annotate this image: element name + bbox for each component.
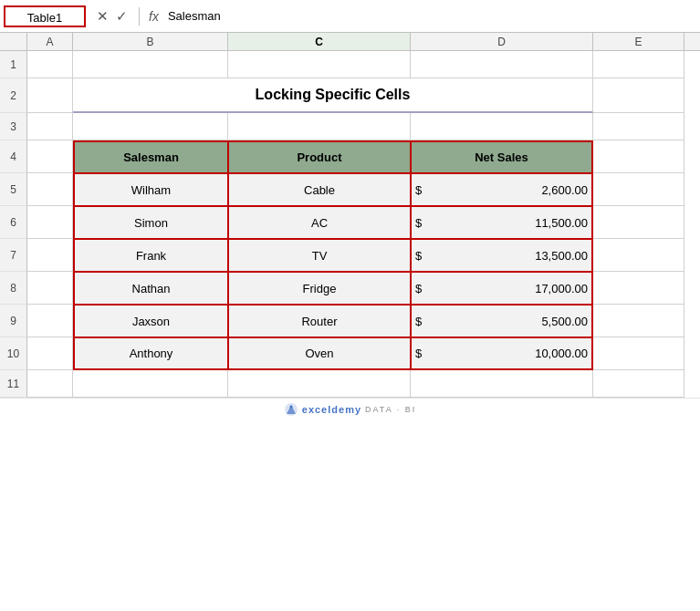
- cell-a6[interactable]: [27, 206, 73, 239]
- row-10: 10 Anthony Oven $ 10,000.00: [0, 337, 700, 370]
- row-num-6: 6: [0, 206, 27, 239]
- cell-b1[interactable]: [73, 51, 228, 78]
- amount-10: 10,000.00: [434, 347, 588, 360]
- cell-c10[interactable]: Oven: [228, 337, 411, 370]
- row-num-4: 4: [0, 140, 27, 173]
- cell-d9[interactable]: $ 5,500.00: [411, 305, 593, 337]
- spreadsheet: A B C D E 1 2 Locking Specific Cells 3 4…: [0, 33, 700, 398]
- cell-c7[interactable]: TV: [228, 239, 411, 272]
- cell-a8[interactable]: [27, 272, 73, 305]
- cell-b7[interactable]: Frank: [73, 239, 228, 272]
- cell-a9[interactable]: [27, 305, 73, 337]
- cell-a7[interactable]: [27, 239, 73, 272]
- col-header-d[interactable]: D: [411, 33, 593, 50]
- logo-text-label: exceldemy: [302, 404, 361, 415]
- cancel-icon[interactable]: ✕: [97, 8, 109, 25]
- cell-title: Locking Specific Cells: [73, 78, 593, 113]
- dollar-7: $: [415, 249, 434, 263]
- cell-b9[interactable]: Jaxson: [73, 305, 228, 337]
- cell-a1[interactable]: [27, 51, 73, 78]
- cell-c6[interactable]: AC: [228, 206, 411, 239]
- cell-b8[interactable]: Nathan: [73, 272, 228, 305]
- row-num-1: 1: [0, 51, 27, 78]
- col-header-c[interactable]: C: [228, 33, 411, 50]
- cell-c9[interactable]: Router: [228, 305, 411, 337]
- row-3: 3: [0, 113, 700, 140]
- cell-e7[interactable]: [593, 239, 684, 272]
- fx-label: fx: [143, 9, 164, 24]
- logo-sub: DATA · BI: [365, 405, 416, 414]
- net-sales-7: $ 13,500.00: [415, 249, 588, 263]
- cell-a2[interactable]: [27, 78, 73, 113]
- cell-c5[interactable]: Cable: [228, 173, 411, 206]
- cell-c4-header[interactable]: Product: [228, 140, 411, 173]
- dollar-10: $: [415, 347, 434, 360]
- cell-d4-header[interactable]: Net Sales: [411, 140, 593, 173]
- cell-c1[interactable]: [228, 51, 411, 78]
- col-header-a[interactable]: A: [27, 33, 73, 50]
- cell-a3[interactable]: [27, 113, 73, 140]
- col-header-b[interactable]: B: [73, 33, 228, 50]
- cell-b4-header[interactable]: Salesman: [73, 140, 228, 173]
- cell-b5[interactable]: Wilham: [73, 173, 228, 206]
- amount-7: 13,500.00: [434, 249, 588, 263]
- formula-divider: [139, 7, 140, 26]
- net-sales-10: $ 10,000.00: [415, 347, 588, 360]
- cell-a10[interactable]: [27, 337, 73, 370]
- cell-e2[interactable]: [593, 78, 684, 113]
- row-7: 7 Frank TV $ 13,500.00: [0, 239, 700, 272]
- formula-bar: Table1 ✕ ✓ fx: [0, 0, 700, 33]
- net-sales-5: $ 2,600.00: [415, 183, 588, 197]
- footer: exceldemy DATA · BI: [0, 398, 700, 420]
- cell-d8[interactable]: $ 17,000.00: [411, 272, 593, 305]
- cell-a4[interactable]: [27, 140, 73, 173]
- cell-e11[interactable]: [593, 370, 684, 398]
- cell-e8[interactable]: [593, 272, 684, 305]
- dollar-5: $: [415, 183, 434, 197]
- cell-b11[interactable]: [73, 370, 228, 398]
- row-8: 8 Nathan Fridge $ 17,000.00: [0, 272, 700, 305]
- row-num-8: 8: [0, 272, 27, 305]
- cell-d6[interactable]: $ 11,500.00: [411, 206, 593, 239]
- cell-e4[interactable]: [593, 140, 684, 173]
- cell-d10[interactable]: $ 10,000.00: [411, 337, 593, 370]
- dollar-6: $: [415, 216, 434, 230]
- column-headers: A B C D E: [0, 33, 700, 51]
- net-sales-8: $ 17,000.00: [415, 282, 588, 295]
- cell-d7[interactable]: $ 13,500.00: [411, 239, 593, 272]
- logo: exceldemy DATA · BI: [284, 402, 416, 417]
- col-header-e[interactable]: E: [593, 33, 684, 50]
- row-6: 6 Simon AC $ 11,500.00: [0, 206, 700, 239]
- cell-d11[interactable]: [411, 370, 593, 398]
- confirm-icon[interactable]: ✓: [116, 8, 128, 25]
- cell-c11[interactable]: [228, 370, 411, 398]
- row-5: 5 Wilham Cable $ 2,600.00: [0, 173, 700, 206]
- cell-e3[interactable]: [593, 113, 684, 140]
- cell-c3[interactable]: [228, 113, 411, 140]
- amount-8: 17,000.00: [434, 282, 588, 295]
- cell-e5[interactable]: [593, 173, 684, 206]
- row-num-10: 10: [0, 337, 27, 370]
- cell-b6[interactable]: Simon: [73, 206, 228, 239]
- cell-b10[interactable]: Anthony: [73, 337, 228, 370]
- cell-d5[interactable]: $ 2,600.00: [411, 173, 593, 206]
- cell-a5[interactable]: [27, 173, 73, 206]
- row-num-3: 3: [0, 113, 27, 140]
- logo-icon: [284, 402, 298, 417]
- cell-e6[interactable]: [593, 206, 684, 239]
- dollar-9: $: [415, 315, 434, 328]
- cell-e9[interactable]: [593, 305, 684, 337]
- formula-input[interactable]: [168, 5, 696, 27]
- cell-d1[interactable]: [411, 51, 593, 78]
- cell-e10[interactable]: [593, 337, 684, 370]
- row-2: 2 Locking Specific Cells: [0, 78, 700, 113]
- cell-d3[interactable]: [411, 113, 593, 140]
- cell-e1[interactable]: [593, 51, 684, 78]
- net-sales-9: $ 5,500.00: [415, 315, 588, 328]
- row-num-5: 5: [0, 173, 27, 206]
- row-11: 11: [0, 370, 700, 398]
- cell-b3[interactable]: [73, 113, 228, 140]
- cell-a11[interactable]: [27, 370, 73, 398]
- name-box[interactable]: Table1: [4, 5, 86, 27]
- cell-c8[interactable]: Fridge: [228, 272, 411, 305]
